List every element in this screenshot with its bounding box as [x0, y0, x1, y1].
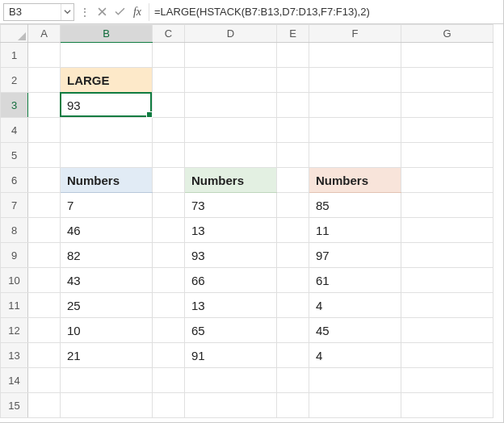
cell[interactable] [153, 93, 185, 118]
row-header[interactable]: 12 [1, 318, 28, 343]
cell[interactable] [401, 318, 494, 343]
cell[interactable] [277, 93, 309, 118]
cell[interactable] [185, 68, 277, 93]
cell[interactable] [401, 193, 494, 218]
table2-cell[interactable]: 13 [185, 293, 277, 318]
cell[interactable] [309, 393, 401, 418]
cell[interactable] [153, 43, 185, 68]
cell[interactable] [277, 143, 309, 168]
cell[interactable] [28, 268, 61, 293]
cell[interactable] [185, 368, 277, 393]
cell[interactable] [185, 93, 277, 118]
row-header[interactable]: 10 [1, 268, 28, 293]
result-cell[interactable]: 93 [61, 93, 153, 118]
cell[interactable] [153, 218, 185, 243]
select-all-corner[interactable] [1, 25, 28, 43]
table3-cell[interactable]: 4 [309, 293, 401, 318]
cell[interactable] [153, 243, 185, 268]
cell[interactable] [277, 243, 309, 268]
cell[interactable] [277, 168, 309, 193]
title-cell[interactable]: LARGE [61, 68, 153, 93]
cell[interactable] [277, 218, 309, 243]
cell[interactable] [309, 93, 401, 118]
cell[interactable] [401, 368, 494, 393]
cell[interactable] [309, 368, 401, 393]
cell[interactable] [277, 343, 309, 368]
table3-cell[interactable]: 45 [309, 318, 401, 343]
table2-cell[interactable]: 66 [185, 268, 277, 293]
cell[interactable] [401, 243, 494, 268]
row-header[interactable]: 3 [1, 93, 28, 118]
cell[interactable] [153, 168, 185, 193]
formula-input[interactable]: =LARGE(HSTACK(B7:B13,D7:D13,F7:F13),2) [149, 3, 503, 21]
cell[interactable] [61, 368, 153, 393]
confirm-icon[interactable] [111, 4, 128, 20]
cell[interactable] [401, 118, 494, 143]
table1-cell[interactable]: 10 [61, 318, 153, 343]
cell[interactable] [401, 68, 494, 93]
fx-icon[interactable]: fx [129, 4, 145, 20]
spreadsheet-grid[interactable]: A B C D E F G 1 2 LARGE 3 93 4 [0, 24, 503, 418]
cell[interactable] [185, 393, 277, 418]
col-header-d[interactable]: D [185, 25, 277, 43]
row-header[interactable]: 7 [1, 193, 28, 218]
cell[interactable] [277, 43, 309, 68]
cell[interactable] [401, 343, 494, 368]
cell[interactable] [28, 68, 61, 93]
cell[interactable] [28, 218, 61, 243]
cell[interactable] [28, 118, 61, 143]
table1-cell[interactable]: 7 [61, 193, 153, 218]
cell[interactable] [401, 218, 494, 243]
cell[interactable] [185, 43, 277, 68]
table2-cell[interactable]: 73 [185, 193, 277, 218]
col-header-b[interactable]: B [61, 25, 153, 43]
cell[interactable] [401, 168, 494, 193]
cell[interactable] [153, 193, 185, 218]
cell[interactable] [28, 168, 61, 193]
cell[interactable] [153, 368, 185, 393]
table3-cell[interactable]: 97 [309, 243, 401, 268]
row-header[interactable]: 11 [1, 293, 28, 318]
name-box[interactable]: B3 [3, 3, 74, 21]
col-header-c[interactable]: C [153, 25, 185, 43]
table2-cell[interactable]: 93 [185, 243, 277, 268]
row-header[interactable]: 6 [1, 168, 28, 193]
row-header[interactable]: 2 [1, 68, 28, 93]
table3-cell[interactable]: 85 [309, 193, 401, 218]
cell[interactable] [153, 318, 185, 343]
cell[interactable] [277, 293, 309, 318]
cancel-icon[interactable] [94, 4, 110, 20]
cell[interactable] [153, 343, 185, 368]
cell[interactable] [277, 268, 309, 293]
cell[interactable] [401, 393, 494, 418]
cell[interactable] [401, 93, 494, 118]
table3-cell[interactable]: 4 [309, 343, 401, 368]
cell[interactable] [401, 268, 494, 293]
row-header[interactable]: 13 [1, 343, 28, 368]
cell[interactable] [28, 393, 61, 418]
cell[interactable] [61, 143, 153, 168]
cell[interactable] [28, 143, 61, 168]
cell[interactable] [28, 318, 61, 343]
cell[interactable] [277, 68, 309, 93]
cell[interactable] [61, 118, 153, 143]
table3-header[interactable]: Numbers [309, 168, 401, 193]
table1-cell[interactable]: 25 [61, 293, 153, 318]
cell[interactable] [309, 118, 401, 143]
table1-cell[interactable]: 46 [61, 218, 153, 243]
cell[interactable] [153, 393, 185, 418]
cell[interactable] [153, 118, 185, 143]
cell[interactable] [153, 143, 185, 168]
cell[interactable] [277, 318, 309, 343]
cell[interactable] [401, 293, 494, 318]
col-header-f[interactable]: F [309, 25, 401, 43]
cell[interactable] [185, 118, 277, 143]
col-header-g[interactable]: G [401, 25, 494, 43]
cell[interactable] [61, 43, 153, 68]
row-header[interactable]: 15 [1, 393, 28, 418]
cell[interactable] [153, 268, 185, 293]
row-header[interactable]: 8 [1, 218, 28, 243]
col-header-a[interactable]: A [28, 25, 61, 43]
row-header[interactable]: 4 [1, 118, 28, 143]
table2-cell[interactable]: 13 [185, 218, 277, 243]
